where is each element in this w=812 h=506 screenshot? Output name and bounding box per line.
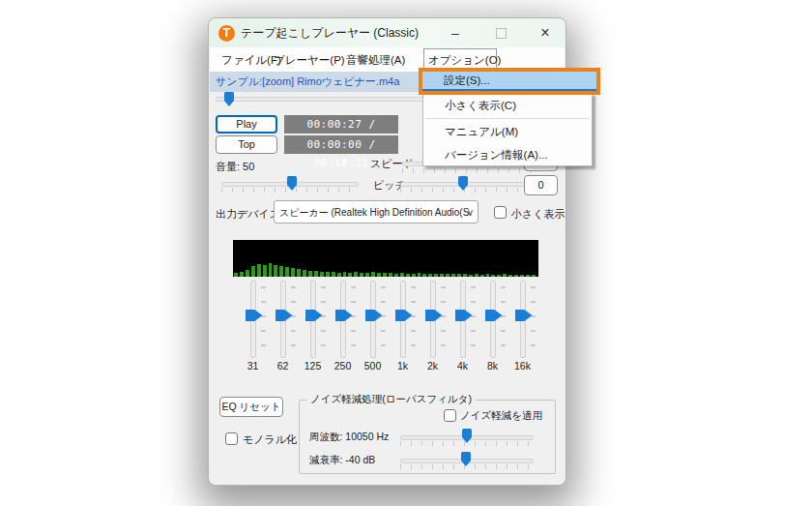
eq-band-16k: 16k (508, 281, 537, 372)
time-display-top: 00:00:00 / 00:18:11 (284, 135, 398, 154)
spectrum-bar (394, 274, 398, 277)
spectrum-bar (303, 270, 306, 277)
output-device-value: スピーカー (Realtek High Definition Audio(S (279, 207, 469, 218)
spectrum-bar (354, 272, 358, 277)
menu-item-manual[interactable]: マニュアル(M) (423, 120, 592, 143)
eq-band-label: 16k (508, 360, 537, 372)
settings-annotation-box: 設定(S)... (419, 68, 600, 95)
spectrum-bar (440, 274, 444, 277)
eq-slider-ticks (471, 286, 476, 348)
noise-apply-checkbox-label[interactable]: ノイズ軽減を適用 (460, 409, 542, 423)
menu-item-small-view[interactable]: 小さく表示(C) (423, 94, 592, 117)
spectrum-bar (297, 269, 301, 277)
noise-reduction-group: ノイズ軽減処理(ローパスフィルタ) ノイズ軽減を適用 周波数: 10050 Hz… (299, 400, 556, 474)
spectrum-bar (365, 273, 369, 277)
pitch-value-box[interactable]: 0 (524, 175, 558, 195)
app-icon-letter: T (223, 26, 230, 40)
eq-slider-ticks (411, 286, 416, 348)
spectrum-bar (526, 275, 530, 277)
eq-band-500: 500 (358, 281, 388, 372)
eq-slider-ticks (351, 286, 356, 348)
eq-band-2k: 2k (418, 281, 448, 372)
spectrum-bar (503, 274, 507, 277)
mono-checkbox-label[interactable]: モノラル化 (243, 432, 297, 447)
frequency-label: 周波数: 10050 Hz (309, 431, 389, 444)
spectrum-bar (422, 274, 426, 277)
noise-apply-checkbox[interactable] (444, 409, 456, 422)
eq-band-250: 250 (328, 281, 358, 372)
spectrum-bar (434, 274, 438, 277)
eq-band-125: 125 (298, 281, 328, 372)
output-device-label: 出力デバイス (216, 207, 280, 222)
spectrum-bar (279, 266, 283, 277)
spectrum-bar (348, 273, 352, 277)
menu-item-version-info[interactable]: バージョン情報(A)... (423, 143, 592, 166)
spectrum-bar (343, 272, 347, 277)
spectrum-bar (251, 266, 255, 277)
eq-slider-ticks (531, 286, 536, 348)
speed-slider-ticks (402, 168, 532, 173)
eq-slider-ticks (261, 286, 266, 348)
spectrum-bar (383, 273, 387, 277)
menu-player[interactable]: プレーヤー(P) (270, 50, 349, 70)
eq-band-31: 31 (238, 281, 268, 372)
spectrum-bar (371, 272, 375, 277)
eq-slider-ticks (291, 286, 296, 348)
spectrum-bar (463, 274, 467, 277)
mono-checkbox[interactable] (225, 432, 238, 445)
eq-band-label: 250 (328, 360, 358, 372)
time-display-current: 00:00:27 / 00:18:11 (284, 115, 398, 134)
eq-band-4k: 4k (448, 281, 478, 372)
eq-band-label: 31 (238, 360, 268, 372)
seek-slider-thumb[interactable] (224, 92, 234, 106)
desktop-background: T テープ起こしプレーヤー (Classic) – × ファイル(F) プレーヤ… (0, 0, 812, 506)
eq-band-label: 2k (418, 360, 448, 372)
top-button[interactable]: Top (216, 135, 277, 154)
spectrum-bar (446, 274, 450, 277)
spectrum-bar (285, 267, 289, 277)
spectrum-bar (389, 273, 392, 277)
spectrum-bar (332, 272, 335, 277)
spectrum-bar (497, 275, 501, 277)
title-bar: T テープ起こしプレーヤー (Classic) – × (209, 18, 566, 47)
spectrum-bar (257, 264, 261, 277)
eq-band-label: 62 (268, 360, 298, 372)
minimize-button[interactable]: – (441, 22, 470, 44)
noise-reduction-group-title: ノイズ軽減処理(ローパスフィルタ) (306, 393, 476, 406)
spectrum-bar (412, 274, 416, 277)
close-button[interactable]: × (531, 22, 560, 44)
spectrum-bar (263, 265, 267, 277)
eq-band-label: 1k (388, 360, 418, 372)
small-view-checkbox-label[interactable]: 小さく表示 (511, 207, 566, 222)
window-title: テープ起こしプレーヤー (Classic) (241, 25, 419, 42)
small-view-checkbox[interactable] (494, 206, 507, 219)
spectrum-bar (269, 263, 273, 277)
volume-label: 音量: 50 (216, 160, 254, 174)
spectrum-bar (418, 273, 421, 277)
spectrum-bar (486, 274, 490, 277)
spectrum-bar (314, 271, 318, 277)
menu-item-settings[interactable]: 設定(S)... (422, 72, 596, 91)
eq-slider-ticks (501, 286, 506, 348)
eq-slider-ticks (381, 286, 386, 348)
output-device-combobox[interactable]: スピーカー (Realtek High Definition Audio(S ∨ (274, 200, 478, 223)
maximize-button (486, 22, 515, 44)
spectrum-bar (451, 274, 455, 277)
eq-slider-ticks (321, 286, 326, 348)
volume-slider-ticks (221, 188, 358, 193)
spectrum-bar (514, 275, 518, 277)
spectrum-bar (360, 273, 363, 277)
spectrum-bar (400, 273, 404, 277)
eq-reset-button[interactable]: EQ リセット (219, 397, 283, 417)
spectrum-bar (491, 275, 495, 277)
menu-audio-processing[interactable]: 音響処理(A) (342, 50, 409, 70)
spectrum-bar (480, 275, 484, 277)
spectrum-bar (469, 275, 473, 277)
spectrum-bar (240, 272, 244, 277)
eq-band-62: 62 (268, 281, 298, 372)
spectrum-bar (246, 270, 249, 277)
eq-band-8k: 8k (478, 281, 508, 372)
spectrum-bar (520, 275, 524, 277)
play-button[interactable]: Play (216, 115, 277, 134)
eq-band-1k: 1k (388, 281, 418, 372)
